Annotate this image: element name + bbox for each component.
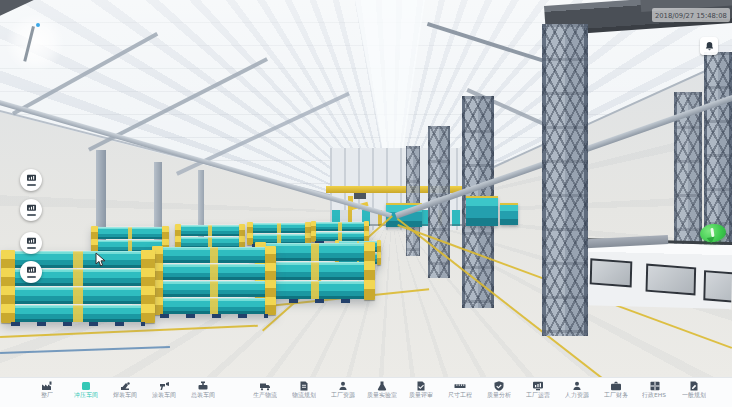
lab-icon (376, 380, 388, 391)
module-buttons: 生产物流 物流规划 工厂资源 质量实验室 质量评审 尺寸工程 质量分析 工厂运营… (246, 380, 712, 405)
module-factory-resources[interactable]: 工厂资源 (324, 380, 361, 405)
timestamp-chip: 2018/09/27 15:48:08 (652, 8, 730, 22)
cabinet-window (590, 258, 633, 287)
toolbar-item-label: 总装车间 (191, 391, 215, 399)
toolbar-item-label: 人力资源 (565, 391, 589, 399)
kpi-chart-icon (26, 174, 37, 183)
mouse-cursor (95, 252, 107, 272)
toolbar-item-label: 物流规划 (292, 391, 316, 399)
lattice-column (704, 52, 732, 252)
grid-icon (649, 380, 661, 391)
machine-stack (153, 246, 275, 314)
lattice-column (406, 146, 420, 256)
pole (23, 26, 35, 62)
tab-whole-plant[interactable]: 整厂 (28, 380, 65, 405)
press-icon (80, 380, 92, 391)
module-logistics-planning[interactable]: 物流规划 (285, 380, 322, 405)
assembly-icon (197, 380, 209, 391)
digital-factory-app: 2018/09/27 15:48:08 整厂 冲压车间 焊装车间 涂装车间 总装… (0, 0, 732, 407)
toolbar-item-label: 尺寸工程 (448, 391, 472, 399)
crane-trolley (354, 193, 366, 199)
tab-final-assembly-shop[interactable]: 总装车间 (184, 380, 221, 405)
toolbar-item-label: 焊装车间 (113, 391, 137, 399)
module-quality-review[interactable]: 质量评审 (402, 380, 439, 405)
doc-edit-icon (688, 380, 700, 391)
factory-icon (41, 380, 53, 391)
tab-welding-shop[interactable]: 焊装车间 (106, 380, 143, 405)
toolbar-item-label: 行政EHS (642, 391, 666, 399)
toolbar-item-label: 工厂资源 (331, 391, 355, 399)
bell-icon (704, 37, 715, 56)
weld-icon (119, 380, 131, 391)
module-factory-finance[interactable]: 工厂财务 (597, 380, 634, 405)
toolbar-item-label: 质量评审 (409, 391, 433, 399)
machine-stack (2, 250, 154, 322)
control-cabinet (575, 238, 732, 309)
module-dimensional-engineering[interactable]: 尺寸工程 (441, 380, 478, 405)
kpi-chart-icon (26, 204, 37, 213)
module-quality-analysis[interactable]: 质量分析 (480, 380, 517, 405)
machine-stack (248, 222, 310, 244)
module-factory-operations[interactable]: 工厂运营 (519, 380, 556, 405)
monitor-icon (532, 380, 544, 391)
toolbar-item-label: 涂装车间 (152, 391, 176, 399)
compass-gizmo (6, 14, 64, 72)
toolbar-item-label: 工厂财务 (604, 391, 628, 399)
machine-unit (466, 196, 498, 226)
pole-tip (36, 23, 40, 27)
toolbar-item-label: 一般规划 (682, 391, 706, 399)
timestamp-text: 2018/09/27 15:48:08 (655, 11, 727, 18)
module-general-planning[interactable]: 一般规划 (675, 380, 712, 405)
module-admin-ehs[interactable]: 行政EHS (636, 380, 673, 405)
machine-kpi-button-4[interactable] (20, 261, 42, 283)
machine-stack (176, 224, 244, 248)
shield-icon (493, 380, 505, 391)
main-lattice-column (542, 24, 588, 336)
person-icon (337, 380, 349, 391)
module-quality-lab[interactable]: 质量实验室 (363, 380, 400, 405)
briefcase-icon (610, 380, 622, 391)
machine-kpi-button-2[interactable] (20, 199, 42, 221)
doc-plan-icon (298, 380, 310, 391)
toolbar-item-label: 质量实验室 (367, 391, 397, 399)
toolbar-item-label: 生产物流 (253, 391, 277, 399)
bottom-toolbar: 整厂 冲压车间 焊装车间 涂装车间 总装车间 生产物流 物流规划 工厂资源 质量… (0, 377, 732, 407)
person-icon (571, 380, 583, 391)
machine-stack (312, 221, 368, 241)
kpi-chart-icon (26, 237, 37, 246)
bell-button[interactable] (700, 37, 718, 55)
machine-kpi-button-1[interactable] (20, 169, 42, 191)
kpi-chart-icon (26, 266, 37, 275)
tab-painting-shop[interactable]: 涂装车间 (145, 380, 182, 405)
cabinet-window (646, 263, 697, 295)
toolbar-item-label: 整厂 (41, 391, 53, 399)
toolbar-item-label: 质量分析 (487, 391, 511, 399)
truck-icon (259, 380, 271, 391)
workshop-tabs: 整厂 冲压车间 焊装车间 涂装车间 总装车间 (28, 380, 221, 405)
ruler-icon (454, 380, 466, 391)
doc-audit-icon (415, 380, 427, 391)
machine-kpi-button-3[interactable] (20, 232, 42, 254)
toolbar-item-label: 工厂运营 (526, 391, 550, 399)
spray-icon (158, 380, 170, 391)
machine-unit (500, 203, 518, 225)
cabinet-window (703, 270, 732, 303)
tab-stamping-shop[interactable]: 冲压车间 (67, 380, 104, 405)
module-production-logistics[interactable]: 生产物流 (246, 380, 283, 405)
module-human-resources[interactable]: 人力资源 (558, 380, 595, 405)
3d-viewport[interactable]: 2018/09/27 15:48:08 (0, 0, 732, 377)
toolbar-item-label: 冲压车间 (74, 391, 98, 399)
